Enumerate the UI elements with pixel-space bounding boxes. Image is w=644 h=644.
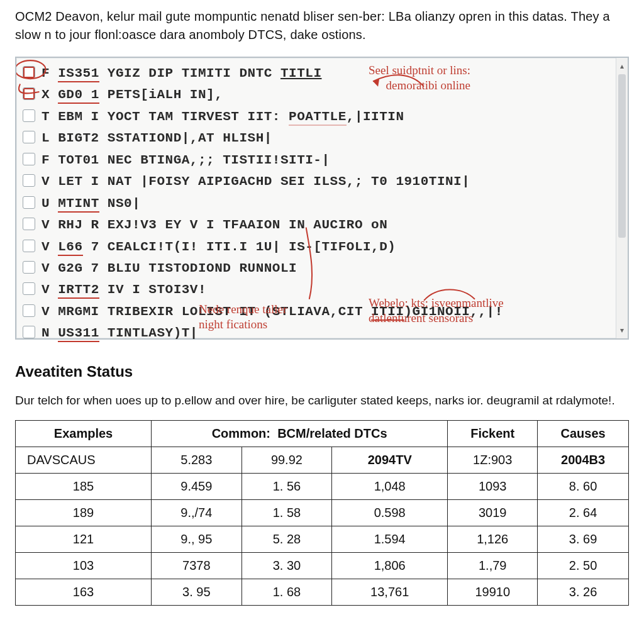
checkbox[interactable] xyxy=(23,326,35,338)
list-item: U MTINT NS0| xyxy=(20,193,621,214)
th-causes: Causes xyxy=(538,421,629,447)
list-item: V G2G 7 BLIU TISTODIOND RUNNOLI xyxy=(20,258,621,279)
table-cell: 3. 95 xyxy=(152,579,242,606)
table-cell: 121 xyxy=(16,526,152,553)
list-item-text: V RHJ R EXJ!V3 EY V I TFAAION IN AUCIRO … xyxy=(42,216,387,235)
table-cell: 1. 68 xyxy=(242,579,332,606)
table-row: DAVSCAUS5.28399.922094TV1Z:9032004B3 xyxy=(16,447,629,474)
table-cell: 13,761 xyxy=(332,579,448,606)
list-item: T EBM I YOCT TAM TIRVEST IIT: POATTLE,|I… xyxy=(20,106,621,128)
table-cell: 185 xyxy=(16,474,152,500)
table-row: 1899.,/741. 580.59830192. 64 xyxy=(16,500,629,526)
checkbox[interactable] xyxy=(23,87,35,100)
code-list: F IS351 YGIZ DIP TIMITI DNTC TITLIX GD0 … xyxy=(20,63,621,345)
table-cell: 8. 60 xyxy=(538,474,629,500)
table-cell: 1Z:903 xyxy=(448,447,538,474)
table-cell: 99.92 xyxy=(242,447,332,474)
list-item-text: V MRGMI TRIBEXIR LOLIST IT (STLIAVA,CIT … xyxy=(42,303,503,321)
table-row: 1633. 951. 6813,761199103. 26 xyxy=(16,579,629,606)
table-cell: 3. 69 xyxy=(538,526,629,553)
code-listing-panel: F IS351 YGIZ DIP TIMITI DNTC TITLIX GD0 … xyxy=(15,57,629,340)
data-table: Examples Common: BCM/related DTCs Ficken… xyxy=(15,420,629,606)
th-common: Common: BCM/related DTCs xyxy=(152,421,448,447)
scrollbar[interactable]: ▴ ▾ xyxy=(616,58,628,338)
list-item-text: N US311 TINTLASY)T| xyxy=(42,324,198,343)
checkbox[interactable] xyxy=(23,218,35,230)
list-item: V RHJ R EXJ!V3 EY V I TFAAION IN AUCIRO … xyxy=(20,214,621,236)
table-cell: 103 xyxy=(16,553,152,579)
checkbox[interactable] xyxy=(23,304,35,317)
list-item: L BIGT2 SSTATIOND|,AT HLISH| xyxy=(20,128,621,149)
table-cell: 1.594 xyxy=(332,526,448,553)
scrollbar-thumb[interactable] xyxy=(618,74,626,238)
table-cell: 5. 28 xyxy=(242,526,332,553)
table-cell: 163 xyxy=(16,579,152,606)
table-row: 1219., 955. 281.5941,1263. 69 xyxy=(16,526,629,553)
table-row: 1859.4591. 561,04810938. 60 xyxy=(16,474,629,500)
list-item-text: V G2G 7 BLIU TISTODIOND RUNNOLI xyxy=(42,259,297,278)
table-cell: 2004B3 xyxy=(538,447,629,474)
checkbox[interactable] xyxy=(23,66,35,79)
table-cell: 3. 30 xyxy=(242,553,332,579)
table-cell: 1.,79 xyxy=(448,553,538,579)
table-cell: 9.459 xyxy=(152,474,242,500)
table-cell: 7378 xyxy=(152,553,242,579)
table-header: Examples Common: BCM/related DTCs Ficken… xyxy=(16,421,629,447)
checkbox[interactable] xyxy=(23,131,35,143)
table-body: DAVSCAUS5.28399.922094TV1Z:9032004B31859… xyxy=(16,447,629,606)
section-heading: Aveatiten Status xyxy=(15,361,629,383)
intro-paragraph: OCM2 Deavon, kelur mail gute mompuntic n… xyxy=(15,8,629,44)
table-cell: DAVSCAUS xyxy=(16,447,152,474)
scroll-down-arrow-icon[interactable]: ▾ xyxy=(618,326,626,335)
list-item-text: T EBM I YOCT TAM TIRVEST IIT: POATTLE,|I… xyxy=(42,108,404,126)
table-cell: 3019 xyxy=(448,500,538,526)
table-cell: 1,048 xyxy=(332,474,448,500)
table-cell: 0.598 xyxy=(332,500,448,526)
list-item: N US311 TINTLASY)T| xyxy=(20,323,621,344)
list-item-text: U MTINT NS0| xyxy=(42,194,140,213)
list-item-text: F IS351 YGIZ DIP TIMITI DNTC TITLI xyxy=(42,64,322,83)
list-item: V IRTT2 IV I STOI3V! xyxy=(20,279,621,301)
table-cell: 1093 xyxy=(448,474,538,500)
list-item: V LET I NAT |FOISY AIPIGACHD SEI ILSS,; … xyxy=(20,171,621,192)
list-item-text: X GD0 1 PETS[iALH IN], xyxy=(42,86,223,104)
table-cell: 19910 xyxy=(448,579,538,606)
table-cell: 1. 58 xyxy=(242,500,332,526)
section-subtext: Dur telch for when uoes up to p.ellow an… xyxy=(15,392,629,409)
checkbox[interactable] xyxy=(23,153,35,165)
list-item-text: V L66 7 CEALCI!T(I! ITI.I 1U| IS-[TIFOLI… xyxy=(42,238,396,257)
list-item: F IS351 YGIZ DIP TIMITI DNTC TITLI xyxy=(20,63,621,84)
th-examples: Examples xyxy=(16,421,152,447)
table-cell: 1,806 xyxy=(332,553,448,579)
checkbox[interactable] xyxy=(23,196,35,209)
checkbox[interactable] xyxy=(23,282,35,295)
checkbox[interactable] xyxy=(23,261,35,274)
list-item: V MRGMI TRIBEXIR LOLIST IT (STLIAVA,CIT … xyxy=(20,301,621,323)
table-cell: 2. 64 xyxy=(538,500,629,526)
table-cell: 189 xyxy=(16,500,152,526)
table-cell: 1,126 xyxy=(448,526,538,553)
list-item-text: L BIGT2 SSTATIOND|,AT HLISH| xyxy=(42,129,272,148)
list-item: X GD0 1 PETS[iALH IN], xyxy=(20,84,621,106)
table-cell: 9.,/74 xyxy=(152,500,242,526)
table-row: 10373783. 301,8061.,792. 50 xyxy=(16,553,629,579)
th-fickent: Fickent xyxy=(448,421,538,447)
table-cell: 5.283 xyxy=(152,447,242,474)
table-cell: 1. 56 xyxy=(242,474,332,500)
list-item-text: V LET I NAT |FOISY AIPIGACHD SEI ILSS,; … xyxy=(42,172,470,191)
list-item: V L66 7 CEALCI!T(I! ITI.I 1U| IS-[TIFOLI… xyxy=(20,236,621,258)
table-cell: 2. 50 xyxy=(538,553,629,579)
checkbox[interactable] xyxy=(23,240,35,252)
list-item-text: V IRTT2 IV I STOI3V! xyxy=(42,280,206,299)
scroll-up-arrow-icon[interactable]: ▴ xyxy=(618,62,626,70)
checkbox[interactable] xyxy=(23,109,35,122)
table-cell: 9., 95 xyxy=(152,526,242,553)
list-item-text: F TOT01 NEC BTINGA,;; TISTII!SITI-| xyxy=(42,151,330,170)
table-cell: 3. 26 xyxy=(538,579,629,606)
list-item: F TOT01 NEC BTINGA,;; TISTII!SITI-| xyxy=(20,150,621,171)
table-cell: 2094TV xyxy=(332,447,448,474)
checkbox[interactable] xyxy=(23,174,35,187)
